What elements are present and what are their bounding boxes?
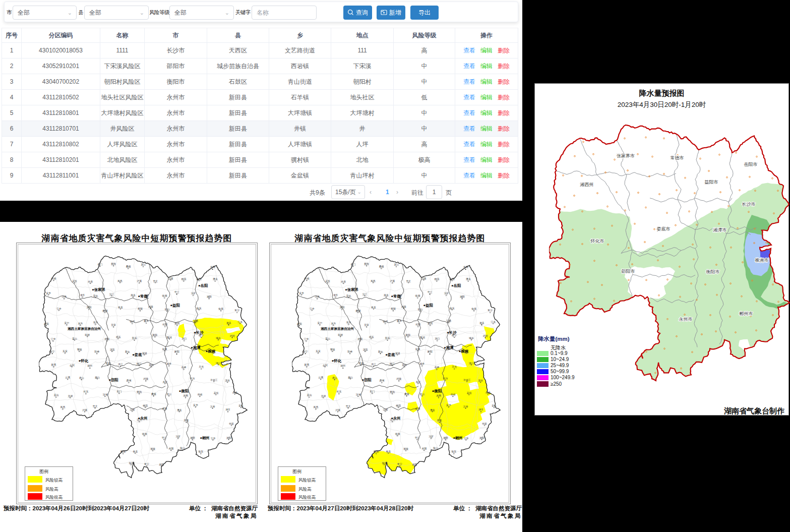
svg-text:岳阳市: 岳阳市 [744,162,758,167]
svg-text:邵阳市: 邵阳市 [622,269,635,274]
svg-text:娄底市: 娄底市 [657,227,671,232]
svg-text:常德市: 常德市 [671,156,684,161]
svg-text:张家界市: 张家界市 [617,153,635,158]
svg-text:郴州市: 郴州市 [739,311,753,316]
svg-text:永州市: 永州市 [679,317,693,322]
svg-text:益阳市: 益阳市 [705,180,718,185]
svg-text:株洲市: 株洲市 [755,258,769,263]
svg-text:怀化市: 怀化市 [590,239,604,244]
svg-text:湘西州: 湘西州 [580,182,594,187]
svg-text:长沙市: 长沙市 [742,202,756,207]
svg-text:湘潭市: 湘潭市 [713,227,727,232]
svg-text:衡阳市: 衡阳市 [706,269,720,274]
